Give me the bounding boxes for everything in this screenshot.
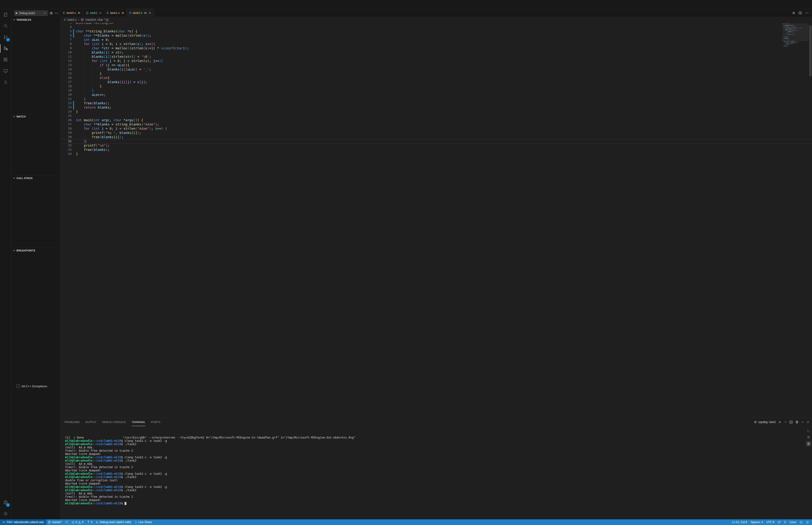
run-and-debug-icon[interactable] bbox=[0, 43, 11, 54]
c-file-icon: C bbox=[64, 18, 66, 21]
code-line[interactable]: 30 free(blanks[i]); bbox=[60, 135, 406, 139]
editor-group: C task0.c M task1 U C task1.c M C task2.… bbox=[60, 9, 406, 262]
editor-tabs: C task0.c M task1 U C task1.c M C task2.… bbox=[60, 9, 406, 17]
code-line[interactable]: 28 for (int i = 0; i < strlen("Adam"); i… bbox=[60, 126, 406, 131]
tab-label: task1.c bbox=[110, 11, 120, 15]
section-label: WATCH bbox=[16, 115, 26, 118]
code-line[interactable]: 16 else{ bbox=[60, 76, 406, 80]
variables-body bbox=[11, 22, 60, 114]
code-lines: 3#include <string.h>45char **string_blan… bbox=[60, 23, 406, 156]
live-share-icon[interactable] bbox=[0, 77, 11, 88]
explorer-icon[interactable] bbox=[0, 9, 11, 20]
extensions-icon[interactable] bbox=[0, 54, 11, 65]
code-line[interactable]: 6 char **blanks = malloc(strlen(s)); bbox=[60, 33, 406, 38]
code-line[interactable]: 33 free(blanks); bbox=[60, 148, 406, 152]
code-line[interactable]: 34} bbox=[60, 152, 406, 156]
chevron-down-icon[interactable] bbox=[43, 12, 46, 15]
tab-git-badge: M bbox=[122, 12, 124, 14]
debug-gear-icon[interactable] bbox=[49, 11, 53, 15]
tab-git-badge: M bbox=[144, 12, 147, 14]
chevron-down-icon bbox=[12, 115, 16, 118]
source-control-badge: 7 bbox=[6, 38, 10, 42]
breadcrumb[interactable]: C task2.c › main(int, char * []) bbox=[60, 17, 406, 23]
code-line[interactable]: 25 bbox=[60, 114, 406, 118]
code-line[interactable]: 10 blanks[i] = str; bbox=[60, 50, 406, 55]
code-line[interactable]: 17 blanks[i][j] = s[j]; bbox=[60, 80, 406, 84]
tab-label: task0.c bbox=[66, 11, 76, 15]
code-line[interactable]: 7 int uLoc = 0; bbox=[60, 38, 406, 42]
debug-config-label: Debug task2 bbox=[19, 12, 42, 15]
more-actions-icon[interactable] bbox=[55, 11, 58, 15]
breadcrumb-file[interactable]: task2.c bbox=[67, 18, 77, 21]
code-line[interactable]: 13 if (j == uLoc){ bbox=[60, 63, 406, 67]
code-line[interactable]: 19 } bbox=[60, 88, 406, 93]
breakpoint-item[interactable]: All C++ Exceptions bbox=[11, 253, 60, 262]
chevron-down-icon bbox=[12, 176, 16, 180]
remote-explorer-icon[interactable] bbox=[0, 65, 11, 77]
tab-git-badge: M bbox=[78, 12, 80, 14]
breadcrumb-symbol[interactable]: main(int, char * []) bbox=[85, 18, 109, 21]
section-header-variables[interactable]: VARIABLES bbox=[11, 17, 60, 22]
code-line[interactable]: 4 bbox=[60, 25, 406, 29]
code-line[interactable]: 18 } bbox=[60, 84, 406, 88]
sidebar-run-and-debug: Debug task2 VARIABLES WATCH CALL STACK bbox=[11, 9, 60, 262]
call-stack-body bbox=[11, 180, 60, 248]
code-line[interactable]: 14 blanks[i][uLoc] = '_'; bbox=[60, 67, 406, 72]
code-line[interactable]: 22 free(blanks); bbox=[60, 101, 406, 105]
tab-task2.c[interactable]: C task2.c M bbox=[127, 9, 154, 17]
code-line[interactable]: 26int main(int argc, char *argv[]) { bbox=[60, 118, 406, 122]
code-line[interactable]: 32 printf("\n"); bbox=[60, 144, 406, 148]
c-file-icon: C bbox=[129, 11, 131, 15]
code-line[interactable]: 8 for (int i = 0; i < strlen(s); i++){ bbox=[60, 42, 406, 46]
tab-git-badge: U bbox=[99, 12, 101, 14]
code-line[interactable]: 12 for (int j = 0; j < strlen(s); j++){ bbox=[60, 59, 406, 63]
vscode-window: 7 1 bbox=[0, 0, 406, 262]
tab-label: task1 bbox=[90, 11, 97, 15]
section-header-call-stack[interactable]: CALL STACK bbox=[11, 175, 60, 180]
chevron-down-icon bbox=[12, 249, 16, 252]
watch-body bbox=[11, 119, 60, 175]
code-line[interactable]: 5char **string_blanks(char *s) { bbox=[60, 29, 406, 33]
section-header-breakpoints[interactable]: BREAKPOINTS bbox=[11, 248, 60, 253]
code-line[interactable]: 3#include <string.h> bbox=[60, 23, 406, 25]
code-line[interactable]: 31 } bbox=[60, 139, 406, 144]
debug-config-dropdown[interactable]: Debug task2 bbox=[14, 10, 48, 16]
code-line[interactable]: 11 blanks[i][strlen(str)] = '\0'; bbox=[60, 55, 406, 59]
start-debugging-button[interactable] bbox=[16, 12, 18, 14]
code-editor[interactable]: 3#include <string.h>45char **string_blan… bbox=[60, 23, 406, 262]
code-line[interactable]: 9 char *str = malloc((strlen(s)+1) * siz… bbox=[60, 46, 406, 50]
symbol-method-icon bbox=[81, 18, 84, 21]
close-icon[interactable] bbox=[148, 11, 152, 15]
tab-task1.c[interactable]: C task1.c M bbox=[104, 9, 127, 17]
source-control-icon[interactable]: 7 bbox=[0, 31, 11, 43]
debug-toolbar: Debug task2 bbox=[11, 9, 60, 17]
titlebar bbox=[0, 0, 406, 9]
code-line[interactable]: 27 char **blanks = string_blanks("Adam")… bbox=[60, 122, 406, 126]
code-line[interactable]: 21 } bbox=[60, 97, 406, 101]
activity-bar: 7 1 bbox=[0, 9, 11, 262]
chevron-down-icon bbox=[12, 18, 16, 21]
tab-label: task2.c bbox=[133, 11, 142, 15]
c-file-icon: C bbox=[107, 11, 109, 15]
code-line[interactable]: 15 } bbox=[60, 72, 406, 76]
section-label: VARIABLES bbox=[16, 18, 31, 21]
main-area: 7 1 bbox=[0, 9, 406, 262]
c-file-icon: C bbox=[63, 11, 65, 15]
file-icon bbox=[86, 11, 89, 15]
section-label: BREAKPOINTS bbox=[16, 249, 35, 252]
section-header-watch[interactable]: WATCH bbox=[11, 114, 60, 119]
breadcrumb-separator: › bbox=[78, 18, 79, 21]
tab-task0.c[interactable]: C task0.c M bbox=[60, 9, 83, 17]
code-line[interactable]: 20 uLoc++; bbox=[60, 93, 406, 97]
code-line[interactable]: 23 return blanks; bbox=[60, 105, 406, 109]
code-line[interactable]: 24} bbox=[60, 109, 406, 114]
search-icon[interactable] bbox=[0, 20, 11, 31]
tab-task1[interactable]: task1 U bbox=[83, 9, 104, 17]
code-line[interactable]: 29 printf("%s ", blanks[i]); bbox=[60, 131, 406, 135]
section-label: CALL STACK bbox=[16, 177, 33, 180]
